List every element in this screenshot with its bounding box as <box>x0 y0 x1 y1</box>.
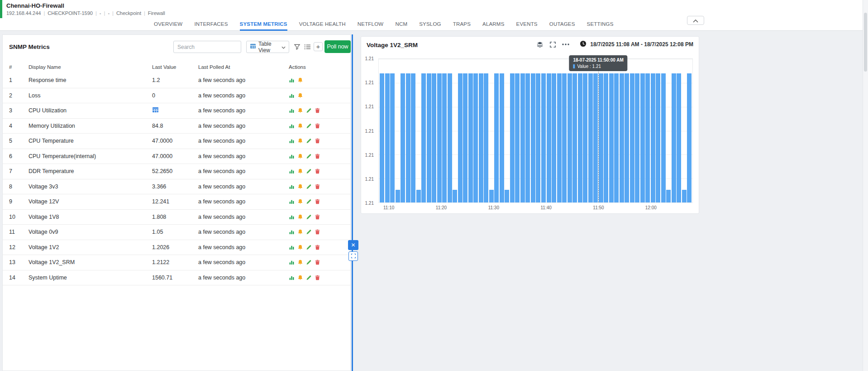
chart-bar[interactable] <box>396 190 400 202</box>
tab-settings[interactable]: SETTINGS <box>587 18 614 31</box>
chart-icon[interactable] <box>289 214 295 220</box>
chart-bar[interactable] <box>536 73 540 202</box>
tab-netflow[interactable]: NETFLOW <box>358 18 384 31</box>
chart-bar[interactable] <box>572 73 577 202</box>
chart-icon[interactable] <box>289 199 295 205</box>
edit-icon[interactable] <box>306 214 312 220</box>
chart-bar[interactable] <box>385 73 390 202</box>
chart-icon[interactable] <box>289 108 295 114</box>
chart-bar[interactable] <box>604 73 608 202</box>
edit-icon[interactable] <box>306 153 312 159</box>
chart-icon[interactable] <box>289 229 295 235</box>
tab-outages[interactable]: OUTAGES <box>549 18 575 31</box>
edit-icon[interactable] <box>306 123 312 129</box>
more-options-icon[interactable] <box>562 43 569 45</box>
chart-bar[interactable] <box>583 73 587 202</box>
tab-interfaces[interactable]: INTERFACES <box>194 18 228 31</box>
edit-icon[interactable] <box>306 275 312 280</box>
chart-bar[interactable] <box>525 73 530 202</box>
chart-bar[interactable] <box>473 73 478 202</box>
chart-icon[interactable] <box>289 183 295 189</box>
layers-icon[interactable] <box>536 41 544 48</box>
metric-row[interactable]: 9Voltage 12V12.241a few seconds ago <box>3 194 350 210</box>
chart-icon[interactable] <box>289 153 295 159</box>
chart-bar[interactable] <box>489 190 494 202</box>
bell-icon[interactable] <box>297 108 303 114</box>
metric-row[interactable]: 1Response time1.2a few seconds ago <box>3 73 350 88</box>
chart-bar[interactable] <box>448 73 452 202</box>
delete-icon[interactable] <box>315 108 320 114</box>
bell-icon[interactable] <box>297 214 303 220</box>
delete-icon[interactable] <box>315 260 320 265</box>
chart-bar[interactable] <box>421 73 426 202</box>
metric-row[interactable]: 11Voltage 0v91.05a few seconds ago <box>3 225 350 240</box>
chart-bar[interactable] <box>453 190 457 202</box>
fullscreen-icon[interactable] <box>549 41 556 48</box>
panel-splitter[interactable] <box>352 34 353 371</box>
scrollbar-thumb[interactable] <box>864 13 867 72</box>
view-selector[interactable]: Table View <box>246 41 289 53</box>
chart-bar[interactable] <box>625 73 629 202</box>
chart-bar[interactable] <box>687 73 692 202</box>
chart-icon[interactable] <box>289 92 295 98</box>
chart-bar[interactable] <box>666 190 671 202</box>
table-view-value-icon[interactable] <box>152 107 159 113</box>
chart-bar[interactable] <box>609 73 614 202</box>
bell-icon[interactable] <box>297 260 303 265</box>
chart-bar[interactable] <box>672 73 676 202</box>
chart-icon[interactable] <box>289 138 295 144</box>
edit-icon[interactable] <box>306 244 312 250</box>
chart-icon[interactable] <box>289 244 295 250</box>
chart-bar[interactable] <box>505 190 509 202</box>
bell-icon[interactable] <box>297 275 303 280</box>
chart-bar[interactable] <box>578 73 582 202</box>
chart-bar[interactable] <box>442 73 447 202</box>
collapse-button[interactable] <box>687 16 704 25</box>
chart-bar[interactable] <box>557 73 562 202</box>
chart-bar[interactable] <box>520 73 525 202</box>
chart-bar[interactable] <box>645 73 650 202</box>
edit-icon[interactable] <box>306 183 312 189</box>
list-view-icon[interactable] <box>304 43 311 52</box>
chart-bar[interactable] <box>411 73 415 202</box>
chart-bar[interactable] <box>432 73 436 202</box>
chart-bar[interactable] <box>380 73 384 202</box>
tab-voltage-health[interactable]: VOLTAGE HEALTH <box>299 18 346 31</box>
chart-bar[interactable] <box>614 73 619 202</box>
chart-bar[interactable] <box>562 73 567 202</box>
bell-icon[interactable] <box>297 138 303 144</box>
metric-row[interactable]: 10Voltage 1V81.808a few seconds ago <box>3 210 350 225</box>
expand-split-button[interactable] <box>348 251 358 261</box>
chart-bar[interactable] <box>599 73 603 202</box>
chart-icon[interactable] <box>289 260 295 265</box>
delete-icon[interactable] <box>315 244 320 250</box>
poll-now-button[interactable]: Poll now <box>324 40 351 53</box>
metric-row[interactable]: 14System Uptime1560.71a few seconds ago <box>3 270 350 286</box>
edit-icon[interactable] <box>306 169 312 174</box>
chart-bar[interactable] <box>468 73 473 202</box>
edit-icon[interactable] <box>306 260 312 265</box>
chart-bar[interactable] <box>401 73 405 202</box>
metric-row[interactable]: 3CPU Utilizationa few seconds ago <box>3 103 350 119</box>
bell-icon[interactable] <box>297 199 303 205</box>
filter-icon[interactable] <box>294 43 300 52</box>
edit-icon[interactable] <box>306 138 312 144</box>
chart-bar[interactable] <box>484 73 488 202</box>
tab-ncm[interactable]: NCM <box>395 18 407 31</box>
delete-icon[interactable] <box>315 153 320 159</box>
chart-icon[interactable] <box>289 169 295 174</box>
metric-row[interactable]: 5CPU Temperature47.0000a few seconds ago <box>3 134 350 149</box>
delete-icon[interactable] <box>315 169 320 174</box>
chart-bar[interactable] <box>390 73 395 202</box>
delete-icon[interactable] <box>315 275 320 280</box>
delete-icon[interactable] <box>315 229 320 235</box>
chart-bar[interactable] <box>427 73 431 202</box>
delete-icon[interactable] <box>315 123 320 129</box>
chart-bar[interactable] <box>640 73 645 202</box>
delete-icon[interactable] <box>315 183 320 189</box>
add-metric-button[interactable]: + <box>314 42 323 51</box>
metric-row[interactable]: 13Voltage 1V2_SRM1.2122a few seconds ago <box>3 255 350 270</box>
metric-row[interactable]: 7DDR Temperature52.2650a few seconds ago <box>3 164 350 179</box>
chart-bar[interactable] <box>500 73 504 202</box>
bell-icon[interactable] <box>297 169 303 174</box>
